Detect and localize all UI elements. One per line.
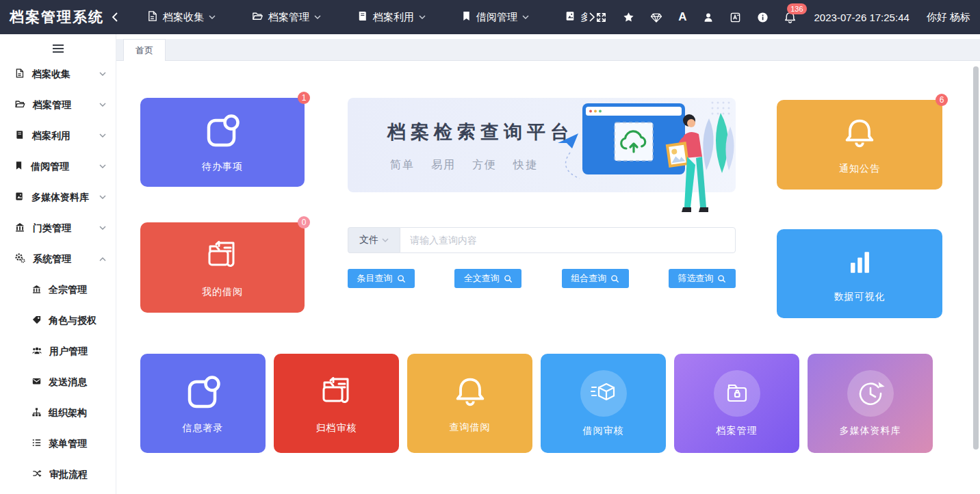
quick-card-query-borrow[interactable]: 查询借阅 xyxy=(407,354,532,453)
main-content: 待办事项 1 档案检索查询平台 简单 易用 方便 快捷 xyxy=(116,61,980,494)
entry-search-button[interactable]: 条目查询 xyxy=(348,269,415,288)
sidebar-item-archive-collect[interactable]: 档案收集 xyxy=(0,59,116,90)
search-icon xyxy=(504,274,513,283)
collapse-chevron-icon[interactable] xyxy=(111,12,119,23)
sidebar-item-fonds-manage[interactable]: 全宗管理 xyxy=(0,274,116,305)
media-file-icon xyxy=(565,10,576,24)
nav-item-archive-use[interactable]: 档案利用 xyxy=(339,0,443,34)
bank-icon xyxy=(14,222,25,235)
nav-more-icon[interactable] xyxy=(589,12,595,22)
chevron-down-icon xyxy=(382,238,389,243)
nav-item-borrow-manage[interactable]: 借阅管理 xyxy=(443,0,547,34)
cube-icon xyxy=(580,370,627,417)
bank-icon xyxy=(31,284,42,296)
bell-icon xyxy=(451,374,489,413)
notice-card[interactable]: 通知公告 6 xyxy=(777,100,942,190)
vertical-scrollbar[interactable] xyxy=(973,66,979,450)
sidebar-item-multimedia[interactable]: 多媒体资料库 xyxy=(0,182,116,213)
combo-search-button[interactable]: 组合查询 xyxy=(562,269,629,288)
chevron-down-icon xyxy=(419,15,426,20)
sidebar-item-approval-flow[interactable]: 审批流程 xyxy=(0,459,116,490)
banner-tags: 简单 易用 方便 快捷 xyxy=(390,158,538,172)
sidebar-item-category-manage[interactable]: 门类管理 xyxy=(0,213,116,244)
quick-card-info-entry[interactable]: 信息著录 xyxy=(140,354,266,453)
header-icon-bar: A 136 2023-07-26 17:25:44 你好 杨标 xyxy=(595,10,980,24)
top-navigation: 档案收集 档案管理 档案利用 借阅管理 多媒体资料库 xyxy=(129,0,587,34)
chevron-down-icon xyxy=(99,164,106,169)
todo-card[interactable]: 待办事项 1 xyxy=(140,98,305,187)
sidebar-item-borrow-manage[interactable]: 借阅管理 xyxy=(0,151,116,182)
data-viz-card[interactable]: 数据可视化 xyxy=(777,229,942,318)
folder-doc-icon xyxy=(317,373,357,414)
chevron-down-icon xyxy=(209,15,216,20)
bookmark-icon xyxy=(14,160,23,173)
search-icon xyxy=(610,274,619,283)
search-category-select[interactable]: 文件 xyxy=(348,227,400,253)
search-input[interactable] xyxy=(400,228,735,252)
chevron-down-icon xyxy=(99,72,106,77)
chevron-down-icon xyxy=(99,103,106,107)
todo-badge: 1 xyxy=(298,92,310,104)
sidebar-item-menu-manage[interactable]: 菜单管理 xyxy=(0,428,116,459)
list-icon xyxy=(31,438,42,450)
quick-cards: 信息著录 归档审核 查询借阅 借阅审核 档案管理 多媒体资料库 xyxy=(140,354,933,453)
chevron-down-icon xyxy=(99,226,106,231)
greeting[interactable]: 你好 杨标 xyxy=(927,11,970,24)
sidebar-item-org-structure[interactable]: 组织架构 xyxy=(0,398,116,428)
star-icon[interactable] xyxy=(623,12,634,23)
quick-card-multimedia[interactable]: 多媒体资料库 xyxy=(808,354,933,453)
clock-refresh-icon xyxy=(847,370,894,417)
info-icon[interactable] xyxy=(757,12,769,23)
tab-home[interactable]: 首页 xyxy=(123,39,166,61)
folder-open-icon xyxy=(251,10,263,24)
bookmark-icon xyxy=(461,10,472,24)
search-buttons: 条目查询 全文查询 组合查询 筛选查询 xyxy=(348,269,736,288)
search-bar: 文件 xyxy=(348,227,736,253)
folder-lock-icon xyxy=(714,370,760,417)
card-label: 数据可视化 xyxy=(834,291,886,303)
translate-icon[interactable] xyxy=(730,12,741,23)
chevron-down-icon xyxy=(99,133,106,138)
users-icon xyxy=(31,346,42,358)
quick-card-borrow-review[interactable]: 借阅审核 xyxy=(541,354,666,453)
fulltext-search-button[interactable]: 全文查询 xyxy=(454,269,521,288)
sidebar-item-archive-manage[interactable]: 档案管理 xyxy=(0,90,116,120)
gem-icon[interactable] xyxy=(650,12,662,23)
nav-item-archive-collect[interactable]: 档案收集 xyxy=(129,0,233,34)
hamburger-icon[interactable] xyxy=(0,34,116,59)
font-size-icon[interactable]: A xyxy=(678,10,686,24)
card-label: 通知公告 xyxy=(839,163,880,175)
gears-icon xyxy=(14,252,25,265)
sidebar-item-send-message[interactable]: 发送消息 xyxy=(0,367,116,398)
fullscreen-icon[interactable] xyxy=(595,12,607,23)
book-icon xyxy=(357,10,368,24)
quick-card-archive-review[interactable]: 归档审核 xyxy=(274,354,399,453)
chevron-down-icon xyxy=(99,195,106,200)
sidebar-item-roles-auth[interactable]: 角色与授权 xyxy=(0,305,116,336)
sidebar: 档案收集 档案管理 档案利用 借阅管理 多媒体资料库 门类管理 系统管理 全宗管… xyxy=(0,34,116,494)
app-title: 档案管理系统 xyxy=(0,8,111,27)
search-icon xyxy=(717,274,726,283)
document-icon xyxy=(146,10,158,24)
sidebar-item-user-manage[interactable]: 用户管理 xyxy=(0,336,116,367)
book-icon xyxy=(14,129,25,142)
app-header: 档案管理系统 档案收集 档案管理 档案利用 借阅管理 多媒体资料库 xyxy=(0,0,980,34)
bar-chart-icon xyxy=(840,244,879,283)
quick-card-archive-manage[interactable]: 档案管理 xyxy=(674,354,799,453)
user-icon[interactable] xyxy=(703,12,714,23)
notice-badge: 6 xyxy=(936,94,948,106)
my-borrow-card[interactable]: 我的借阅 0 xyxy=(140,222,305,313)
nav-item-multimedia[interactable]: 多媒体资料库 xyxy=(547,0,587,34)
filter-search-button[interactable]: 筛选查询 xyxy=(669,269,736,288)
sidebar-item-system-manage[interactable]: 系统管理 xyxy=(0,244,116,274)
chevron-up-icon xyxy=(99,257,106,261)
notification-bell-icon[interactable]: 136 xyxy=(784,11,796,23)
tag-icon xyxy=(31,315,42,327)
shuffle-icon xyxy=(31,469,42,480)
media-file-icon xyxy=(14,191,24,204)
search-platform-banner: 档案检索查询平台 简单 易用 方便 快捷 xyxy=(348,98,736,192)
sidebar-item-archive-use[interactable]: 档案利用 xyxy=(0,120,116,151)
nav-item-archive-manage[interactable]: 档案管理 xyxy=(233,0,339,34)
chevron-down-icon xyxy=(314,15,321,20)
chevron-down-icon xyxy=(522,15,529,20)
